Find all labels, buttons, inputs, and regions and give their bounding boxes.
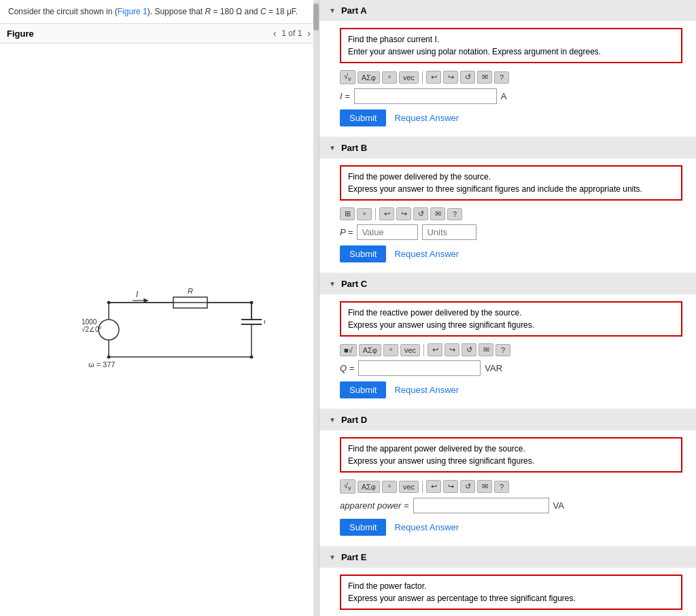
part-b-label: Part B [341,143,367,153]
toolbar-sep4 [422,481,423,493]
part-a-q1: Find the phasor current I. [348,33,674,46]
tb-sup2[interactable]: ⁿ [357,208,372,220]
part-e-label: Part E [341,552,367,562]
part-b-input-label: P = [340,227,353,237]
part-a-body: Find the phasor current I. Enter your an… [319,21,696,136]
part-c-unit: VAR [485,363,502,373]
part-d-arrow: ▼ [329,416,336,424]
part-e-header[interactable]: ▼ Part E [319,547,696,568]
part-d-header[interactable]: ▼ Part D [319,409,696,430]
part-b-toolbar: ⊞ ⁿ ↩ ↪ ↺ ✉ ? [340,207,682,220]
part-c-header[interactable]: ▼ Part C [319,273,696,294]
part-d-request[interactable]: Request Answer [394,522,459,532]
part-b-submit[interactable]: Submit [340,245,386,262]
part-a-input[interactable] [354,88,497,104]
circuit-diagram: 1000 √2∠0° I R C ω = 377 [54,282,265,377]
svg-text:√2∠0°: √2∠0° [82,326,102,333]
td-undo[interactable]: ↩ [426,480,441,493]
td-reset[interactable]: ↺ [460,480,475,493]
part-b-value-input[interactable] [357,224,418,240]
part-b-question: Find the power delivered by the source. … [340,165,682,201]
part-a-q2: Enter your answer using polar notation. … [348,46,674,58]
problem-description: Consider the circuit shown in (Figure 1)… [0,0,319,24]
part-a-submit[interactable]: Submit [340,109,386,126]
td-mail[interactable]: ✉ [477,480,492,493]
figure-title: Figure [7,29,34,39]
part-c-input-label: Q = [340,363,354,373]
td-redo[interactable]: ↪ [443,480,458,493]
toolbar-sup[interactable]: ⁿ [382,71,397,84]
tc-redo[interactable]: ↪ [445,343,459,356]
toolbar-reset[interactable]: ↺ [460,71,475,84]
figure-navigation: ‹ 1 of 1 › [272,28,312,39]
part-d-input-row: apparent power = VA [340,498,682,513]
toolbar-sigma[interactable]: ΑΣφ [358,71,380,84]
part-c-submit[interactable]: Submit [340,381,386,398]
part-c-q1: Find the reactive power delivered by the… [348,307,674,319]
tb-redo2[interactable]: ↪ [396,207,411,220]
prev-figure-button[interactable]: ‹ [272,28,278,39]
part-a-label: Part A [341,5,367,16]
toolbar-vec[interactable]: vec [399,71,419,84]
right-panel[interactable]: ▼ Part A Find the phasor current I. Ente… [319,0,696,616]
page-info: 1 of 1 [281,29,302,38]
left-scrollbar[interactable] [313,0,319,616]
figure-content: 1000 √2∠0° I R C ω = 377 [0,44,319,616]
part-d-section: ▼ Part D Find the apparent power deliver… [319,409,696,545]
part-b-q2: Express your answer to three significant… [348,183,674,195]
part-c-body: Find the reactive power delivered by the… [319,294,696,408]
tc-reset[interactable]: ↺ [462,343,476,356]
td-sqrt[interactable]: √v [340,479,355,494]
part-c-input[interactable] [358,360,481,376]
part-d-submit[interactable]: Submit [340,519,386,536]
part-a-section: ▼ Part A Find the phasor current I. Ente… [319,0,696,136]
tb-reset2[interactable]: ↺ [413,207,428,220]
part-b-request[interactable]: Request Answer [394,249,459,259]
td-sigma[interactable]: ΑΣφ [358,481,380,493]
part-c-question: Find the reactive power delivered by the… [340,301,682,337]
svg-text:C: C [264,318,265,326]
part-b-header[interactable]: ▼ Part B [319,137,696,158]
svg-text:1000: 1000 [82,318,97,326]
svg-point-22 [249,356,253,359]
part-a-request[interactable]: Request Answer [394,113,459,123]
tc-undo[interactable]: ↩ [428,343,442,356]
toolbar-undo[interactable]: ↩ [426,71,441,84]
part-a-header[interactable]: ▼ Part A [319,0,696,21]
toolbar-help[interactable]: ? [494,71,509,84]
part-d-input-label: apparent power = [340,500,409,511]
description-text: Consider the circuit shown in (Figure 1)… [8,7,298,16]
part-d-q2: Express your answer using three signific… [348,455,674,467]
toolbar-mail[interactable]: ✉ [477,71,492,84]
part-c-submit-row: Submit Request Answer [340,381,682,398]
td-help[interactable]: ? [494,481,509,493]
tc-help[interactable]: ? [495,344,510,356]
part-b-arrow: ▼ [329,144,336,152]
part-a-question: Find the phasor current I. Enter your an… [340,28,682,63]
tc-mail[interactable]: ✉ [478,343,493,356]
part-c-toolbar: ■√ ΑΣφ ⁿ vec ↩ ↪ ↺ ✉ ? [340,343,682,356]
tb-grid[interactable]: ⊞ [340,207,355,220]
tc-sqrt[interactable]: ■√ [340,344,357,356]
next-figure-button[interactable]: › [306,28,312,39]
part-c-request[interactable]: Request Answer [394,385,459,395]
td-sup[interactable]: ⁿ [382,481,397,493]
tc-sup[interactable]: ⁿ [383,344,398,356]
tb-undo2[interactable]: ↩ [379,207,394,220]
part-b-units-input[interactable] [422,224,476,240]
tb-mail2[interactable]: ✉ [430,207,445,220]
toolbar-redo[interactable]: ↪ [443,71,458,84]
toolbar-sep2 [375,208,376,220]
figure-link[interactable]: Figure 1 [118,7,147,16]
td-vec[interactable]: vec [399,481,419,493]
tb-help2[interactable]: ? [447,208,462,220]
svg-text:I: I [136,290,139,299]
svg-text:R: R [188,287,193,295]
toolbar-sqrt[interactable]: √v [340,70,355,84]
tc-sigma[interactable]: ΑΣφ [359,344,381,356]
part-d-question: Find the apparent power delivered by the… [340,437,682,473]
part-d-input[interactable] [413,498,549,513]
part-d-label: Part D [341,415,367,425]
part-b-section: ▼ Part B Find the power delivered by the… [319,137,696,272]
tc-vec[interactable]: vec [400,344,420,356]
